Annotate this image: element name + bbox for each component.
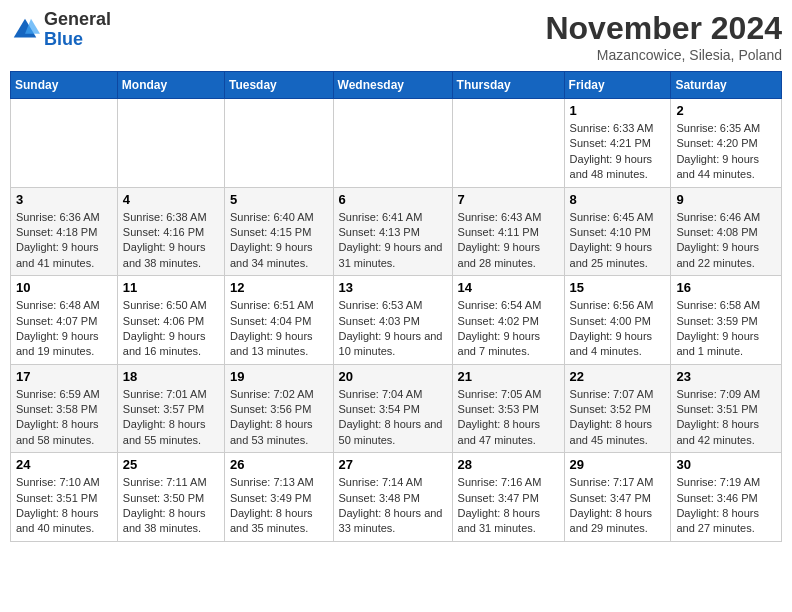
calendar-table: SundayMondayTuesdayWednesdayThursdayFrid…: [10, 71, 782, 542]
page-header: General Blue November 2024 Mazancowice, …: [10, 10, 782, 63]
day-info: Sunrise: 7:07 AM Sunset: 3:52 PM Dayligh…: [570, 387, 666, 449]
day-number: 3: [16, 192, 112, 207]
day-number: 14: [458, 280, 559, 295]
day-number: 9: [676, 192, 776, 207]
day-info: Sunrise: 7:10 AM Sunset: 3:51 PM Dayligh…: [16, 475, 112, 537]
day-cell: 3Sunrise: 6:36 AM Sunset: 4:18 PM Daylig…: [11, 187, 118, 276]
day-info: Sunrise: 6:53 AM Sunset: 4:03 PM Dayligh…: [339, 298, 447, 360]
day-cell: 22Sunrise: 7:07 AM Sunset: 3:52 PM Dayli…: [564, 364, 671, 453]
day-number: 28: [458, 457, 559, 472]
week-row-3: 17Sunrise: 6:59 AM Sunset: 3:58 PM Dayli…: [11, 364, 782, 453]
day-info: Sunrise: 6:35 AM Sunset: 4:20 PM Dayligh…: [676, 121, 776, 183]
day-info: Sunrise: 6:51 AM Sunset: 4:04 PM Dayligh…: [230, 298, 328, 360]
day-cell: [11, 99, 118, 188]
day-cell: 17Sunrise: 6:59 AM Sunset: 3:58 PM Dayli…: [11, 364, 118, 453]
day-cell: 29Sunrise: 7:17 AM Sunset: 3:47 PM Dayli…: [564, 453, 671, 542]
day-cell: 6Sunrise: 6:41 AM Sunset: 4:13 PM Daylig…: [333, 187, 452, 276]
day-cell: 7Sunrise: 6:43 AM Sunset: 4:11 PM Daylig…: [452, 187, 564, 276]
day-info: Sunrise: 6:41 AM Sunset: 4:13 PM Dayligh…: [339, 210, 447, 272]
day-number: 2: [676, 103, 776, 118]
day-info: Sunrise: 7:02 AM Sunset: 3:56 PM Dayligh…: [230, 387, 328, 449]
week-row-2: 10Sunrise: 6:48 AM Sunset: 4:07 PM Dayli…: [11, 276, 782, 365]
day-number: 27: [339, 457, 447, 472]
day-info: Sunrise: 6:33 AM Sunset: 4:21 PM Dayligh…: [570, 121, 666, 183]
day-number: 20: [339, 369, 447, 384]
day-number: 4: [123, 192, 219, 207]
day-cell: [333, 99, 452, 188]
day-cell: 24Sunrise: 7:10 AM Sunset: 3:51 PM Dayli…: [11, 453, 118, 542]
day-info: Sunrise: 6:43 AM Sunset: 4:11 PM Dayligh…: [458, 210, 559, 272]
day-cell: 15Sunrise: 6:56 AM Sunset: 4:00 PM Dayli…: [564, 276, 671, 365]
day-info: Sunrise: 6:56 AM Sunset: 4:00 PM Dayligh…: [570, 298, 666, 360]
day-number: 24: [16, 457, 112, 472]
day-info: Sunrise: 6:58 AM Sunset: 3:59 PM Dayligh…: [676, 298, 776, 360]
day-cell: [225, 99, 334, 188]
day-cell: 25Sunrise: 7:11 AM Sunset: 3:50 PM Dayli…: [117, 453, 224, 542]
month-title: November 2024: [545, 10, 782, 47]
day-cell: 9Sunrise: 6:46 AM Sunset: 4:08 PM Daylig…: [671, 187, 782, 276]
day-number: 6: [339, 192, 447, 207]
week-row-1: 3Sunrise: 6:36 AM Sunset: 4:18 PM Daylig…: [11, 187, 782, 276]
logo-blue: Blue: [44, 30, 111, 50]
day-info: Sunrise: 6:46 AM Sunset: 4:08 PM Dayligh…: [676, 210, 776, 272]
day-cell: 13Sunrise: 6:53 AM Sunset: 4:03 PM Dayli…: [333, 276, 452, 365]
day-number: 15: [570, 280, 666, 295]
weekday-header-sunday: Sunday: [11, 72, 118, 99]
day-cell: 18Sunrise: 7:01 AM Sunset: 3:57 PM Dayli…: [117, 364, 224, 453]
day-number: 22: [570, 369, 666, 384]
day-number: 7: [458, 192, 559, 207]
day-info: Sunrise: 7:16 AM Sunset: 3:47 PM Dayligh…: [458, 475, 559, 537]
day-cell: 8Sunrise: 6:45 AM Sunset: 4:10 PM Daylig…: [564, 187, 671, 276]
day-info: Sunrise: 7:09 AM Sunset: 3:51 PM Dayligh…: [676, 387, 776, 449]
day-number: 16: [676, 280, 776, 295]
day-info: Sunrise: 6:48 AM Sunset: 4:07 PM Dayligh…: [16, 298, 112, 360]
day-number: 26: [230, 457, 328, 472]
day-number: 25: [123, 457, 219, 472]
day-info: Sunrise: 6:38 AM Sunset: 4:16 PM Dayligh…: [123, 210, 219, 272]
day-number: 19: [230, 369, 328, 384]
day-cell: 14Sunrise: 6:54 AM Sunset: 4:02 PM Dayli…: [452, 276, 564, 365]
day-number: 13: [339, 280, 447, 295]
weekday-header-friday: Friday: [564, 72, 671, 99]
day-cell: 2Sunrise: 6:35 AM Sunset: 4:20 PM Daylig…: [671, 99, 782, 188]
day-info: Sunrise: 7:13 AM Sunset: 3:49 PM Dayligh…: [230, 475, 328, 537]
day-cell: 19Sunrise: 7:02 AM Sunset: 3:56 PM Dayli…: [225, 364, 334, 453]
day-number: 17: [16, 369, 112, 384]
day-number: 10: [16, 280, 112, 295]
day-number: 5: [230, 192, 328, 207]
day-number: 21: [458, 369, 559, 384]
day-info: Sunrise: 7:04 AM Sunset: 3:54 PM Dayligh…: [339, 387, 447, 449]
day-info: Sunrise: 6:59 AM Sunset: 3:58 PM Dayligh…: [16, 387, 112, 449]
weekday-header-tuesday: Tuesday: [225, 72, 334, 99]
week-row-4: 24Sunrise: 7:10 AM Sunset: 3:51 PM Dayli…: [11, 453, 782, 542]
day-cell: 30Sunrise: 7:19 AM Sunset: 3:46 PM Dayli…: [671, 453, 782, 542]
day-number: 12: [230, 280, 328, 295]
day-info: Sunrise: 6:36 AM Sunset: 4:18 PM Dayligh…: [16, 210, 112, 272]
weekday-header-thursday: Thursday: [452, 72, 564, 99]
title-section: November 2024 Mazancowice, Silesia, Pola…: [545, 10, 782, 63]
day-cell: 11Sunrise: 6:50 AM Sunset: 4:06 PM Dayli…: [117, 276, 224, 365]
day-info: Sunrise: 7:11 AM Sunset: 3:50 PM Dayligh…: [123, 475, 219, 537]
day-number: 23: [676, 369, 776, 384]
day-cell: 26Sunrise: 7:13 AM Sunset: 3:49 PM Dayli…: [225, 453, 334, 542]
day-info: Sunrise: 6:45 AM Sunset: 4:10 PM Dayligh…: [570, 210, 666, 272]
day-cell: [452, 99, 564, 188]
day-cell: 5Sunrise: 6:40 AM Sunset: 4:15 PM Daylig…: [225, 187, 334, 276]
day-info: Sunrise: 7:17 AM Sunset: 3:47 PM Dayligh…: [570, 475, 666, 537]
day-cell: 21Sunrise: 7:05 AM Sunset: 3:53 PM Dayli…: [452, 364, 564, 453]
day-cell: 28Sunrise: 7:16 AM Sunset: 3:47 PM Dayli…: [452, 453, 564, 542]
day-info: Sunrise: 7:01 AM Sunset: 3:57 PM Dayligh…: [123, 387, 219, 449]
weekday-header-row: SundayMondayTuesdayWednesdayThursdayFrid…: [11, 72, 782, 99]
day-cell: 10Sunrise: 6:48 AM Sunset: 4:07 PM Dayli…: [11, 276, 118, 365]
day-number: 8: [570, 192, 666, 207]
day-cell: [117, 99, 224, 188]
day-info: Sunrise: 7:05 AM Sunset: 3:53 PM Dayligh…: [458, 387, 559, 449]
day-cell: 12Sunrise: 6:51 AM Sunset: 4:04 PM Dayli…: [225, 276, 334, 365]
day-number: 18: [123, 369, 219, 384]
day-cell: 20Sunrise: 7:04 AM Sunset: 3:54 PM Dayli…: [333, 364, 452, 453]
day-cell: 16Sunrise: 6:58 AM Sunset: 3:59 PM Dayli…: [671, 276, 782, 365]
logo-general: General: [44, 10, 111, 30]
week-row-0: 1Sunrise: 6:33 AM Sunset: 4:21 PM Daylig…: [11, 99, 782, 188]
day-cell: 27Sunrise: 7:14 AM Sunset: 3:48 PM Dayli…: [333, 453, 452, 542]
day-info: Sunrise: 7:14 AM Sunset: 3:48 PM Dayligh…: [339, 475, 447, 537]
